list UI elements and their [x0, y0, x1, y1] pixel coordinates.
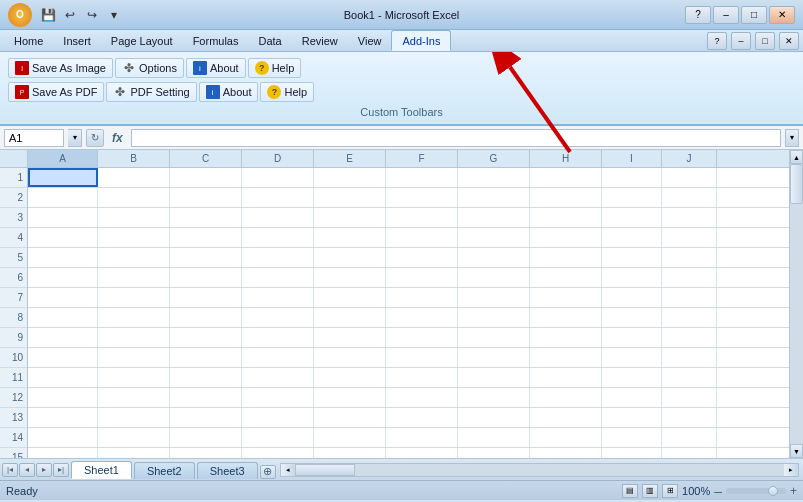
cell-i1[interactable] — [602, 168, 662, 187]
table-row — [28, 308, 789, 328]
table-row — [28, 448, 789, 458]
cell-c1[interactable] — [170, 168, 242, 187]
table-row — [28, 288, 789, 308]
view-preview-btn[interactable]: ⊞ — [662, 484, 678, 498]
table-row — [28, 328, 789, 348]
col-header-a[interactable]: A — [28, 150, 98, 167]
scroll-right-btn[interactable]: ▸ — [784, 464, 798, 476]
menu-item-view[interactable]: View — [348, 30, 392, 51]
col-header-h[interactable]: H — [530, 150, 602, 167]
horizontal-scrollbar[interactable]: ◂ ▸ — [280, 463, 799, 477]
toolbar-row-1: I Save As Image ✤ Options i About ? Help — [8, 56, 795, 80]
ribbon-close-btn[interactable]: ✕ — [779, 32, 799, 50]
row-num-9: 9 — [0, 328, 27, 348]
save-as-pdf-btn[interactable]: P Save As PDF — [8, 82, 104, 102]
menu-item-add-ins[interactable]: Add-Ins — [391, 30, 451, 51]
vertical-scrollbar[interactable]: ▲ ▼ — [789, 150, 803, 458]
cell-g1[interactable] — [458, 168, 530, 187]
view-layout-btn[interactable]: ▥ — [642, 484, 658, 498]
col-header-d[interactable]: D — [242, 150, 314, 167]
formula-input[interactable] — [131, 129, 781, 147]
office-logo-icon[interactable]: O — [8, 3, 32, 27]
formula-bar-expand[interactable]: ▾ — [785, 129, 799, 147]
sheet-nav-last[interactable]: ▸| — [53, 463, 69, 477]
cell-reference-box[interactable]: A1 — [4, 129, 64, 147]
save-as-image-btn[interactable]: I Save As Image — [8, 58, 113, 78]
save-image-icon: I — [15, 61, 29, 75]
redo-quick-btn[interactable]: ↪ — [82, 5, 102, 25]
zoom-plus-btn[interactable]: + — [790, 484, 797, 498]
h-scroll-track[interactable] — [295, 464, 784, 476]
help-window-btn[interactable]: ? — [685, 6, 711, 24]
menu-item-page-layout[interactable]: Page Layout — [101, 30, 183, 51]
col-header-f[interactable]: F — [386, 150, 458, 167]
menu-item-formulas[interactable]: Formulas — [183, 30, 249, 51]
zoom-minus-btn[interactable]: – — [714, 483, 722, 499]
sheet-tab-3[interactable]: Sheet3 — [197, 462, 258, 479]
row-num-4: 4 — [0, 228, 27, 248]
formula-bar: A1 ▾ ↻ fx ▾ — [0, 126, 803, 150]
about-btn-row1[interactable]: i About — [186, 58, 246, 78]
col-header-c[interactable]: C — [170, 150, 242, 167]
cell-f1[interactable] — [386, 168, 458, 187]
undo-quick-btn[interactable]: ↩ — [60, 5, 80, 25]
sheet-tab-1[interactable]: Sheet1 — [71, 461, 132, 479]
menu-item-data[interactable]: Data — [248, 30, 291, 51]
col-header-g[interactable]: G — [458, 150, 530, 167]
zoom-slider-thumb[interactable] — [768, 486, 778, 496]
col-header-e[interactable]: E — [314, 150, 386, 167]
quick-access-dropdown[interactable]: ▾ — [104, 5, 124, 25]
sheet-add-btn[interactable]: ⊕ — [260, 465, 276, 479]
sheet-nav-first[interactable]: |◂ — [2, 463, 18, 477]
save-as-pdf-label: Save As PDF — [32, 86, 97, 98]
row-num-13: 13 — [0, 408, 27, 428]
cell-a2[interactable] — [28, 188, 98, 207]
scroll-left-btn[interactable]: ◂ — [281, 464, 295, 476]
about-btn-row2[interactable]: i About — [199, 82, 259, 102]
custom-toolbars-label: Custom Toolbars — [8, 104, 795, 122]
help-label-row2: Help — [284, 86, 307, 98]
cell-ref-dropdown[interactable]: ▾ — [68, 129, 82, 147]
table-row — [28, 408, 789, 428]
minimize-btn[interactable]: – — [713, 6, 739, 24]
menu-item-review[interactable]: Review — [292, 30, 348, 51]
save-pdf-icon: P — [15, 85, 29, 99]
scroll-up-btn[interactable]: ▲ — [790, 150, 803, 164]
sheet-tab-2[interactable]: Sheet2 — [134, 462, 195, 479]
ribbon-minimize-btn[interactable]: – — [731, 32, 751, 50]
close-btn[interactable]: ✕ — [769, 6, 795, 24]
col-header-i[interactable]: I — [602, 150, 662, 167]
cell-d1[interactable] — [242, 168, 314, 187]
menu-item-insert[interactable]: Insert — [53, 30, 101, 51]
name-box-refresh[interactable]: ↻ — [86, 129, 104, 147]
view-normal-btn[interactable]: ▤ — [622, 484, 638, 498]
scroll-track[interactable] — [790, 164, 803, 444]
h-scroll-thumb[interactable] — [295, 464, 355, 476]
pdf-setting-btn[interactable]: ✤ PDF Setting — [106, 82, 196, 102]
cell-h1[interactable] — [530, 168, 602, 187]
scroll-thumb[interactable] — [790, 164, 803, 204]
ribbon-help-btn[interactable]: ? — [707, 32, 727, 50]
help-btn-row1[interactable]: ? Help — [248, 58, 302, 78]
help-btn-row2[interactable]: ? Help — [260, 82, 314, 102]
sheet-nav-next[interactable]: ▸ — [36, 463, 52, 477]
sheet-navigation: |◂ ◂ ▸ ▸| — [0, 463, 71, 477]
col-header-j[interactable]: J — [662, 150, 717, 167]
sheet-nav-prev[interactable]: ◂ — [19, 463, 35, 477]
cell-j1[interactable] — [662, 168, 717, 187]
menu-item-home[interactable]: Home — [4, 30, 53, 51]
scroll-down-btn[interactable]: ▼ — [790, 444, 803, 458]
options-btn[interactable]: ✤ Options — [115, 58, 184, 78]
save-quick-btn[interactable]: 💾 — [38, 5, 58, 25]
col-header-b[interactable]: B — [98, 150, 170, 167]
row-num-1: 1 — [0, 168, 27, 188]
title-bar: O 💾 ↩ ↪ ▾ Book1 - Microsoft Excel ? – □ … — [0, 0, 803, 30]
cell-b1[interactable] — [98, 168, 170, 187]
cell-a1[interactable] — [28, 168, 98, 187]
zoom-slider[interactable] — [726, 488, 786, 494]
restore-btn[interactable]: □ — [741, 6, 767, 24]
table-row — [28, 268, 789, 288]
ribbon-restore-btn[interactable]: □ — [755, 32, 775, 50]
row-num-12: 12 — [0, 388, 27, 408]
cell-e1[interactable] — [314, 168, 386, 187]
